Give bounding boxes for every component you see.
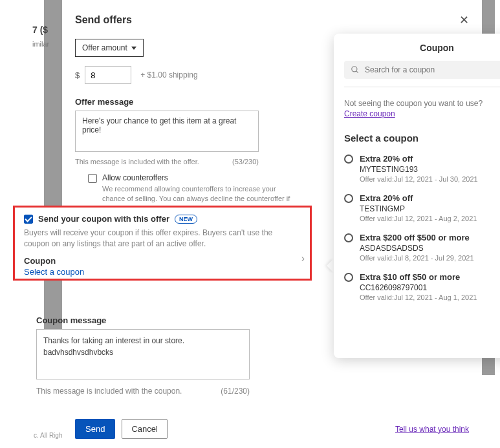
coupon-option-title: Extra $200 off $500 or more — [360, 233, 474, 242]
select-coupon-heading: Select a coupon — [344, 133, 500, 144]
coupon-message-textarea[interactable] — [36, 329, 250, 379]
coupon-option-title: Extra $10 off $50 or more — [360, 272, 477, 282]
coupon-option[interactable]: Extra $10 off $50 or more CC162609879700… — [344, 272, 500, 301]
chevron-right-icon[interactable]: › — [301, 253, 305, 264]
radio-icon[interactable] — [344, 273, 353, 282]
send-offers-modal: Send offers ✕ Offer amount $ + $1.00 shi… — [62, 0, 482, 448]
offer-message-textarea[interactable] — [75, 111, 259, 152]
allow-counteroffers-checkbox[interactable] — [88, 174, 97, 183]
chevron-down-icon — [131, 47, 136, 50]
radio-icon[interactable] — [344, 155, 353, 164]
offer-amount-label: Offer amount — [82, 43, 127, 52]
new-badge: NEW — [175, 215, 197, 224]
coupon-option-title: Extra 20% off — [360, 193, 477, 203]
coupon-option-code: ASDASDSADSDS — [360, 244, 474, 253]
search-icon — [351, 65, 360, 74]
bg-text: 7 ($ — [32, 25, 48, 35]
coupon-option-valid: Offer valid:Jul 12, 2021 - Aug 1, 2021 — [360, 293, 477, 301]
send-coupon-section: Send your coupon with this offer NEW Buy… — [13, 206, 312, 281]
offer-message-counter: (53/230) — [232, 158, 259, 165]
send-coupon-checkbox[interactable] — [24, 215, 33, 224]
coupon-option-code: MYTESTING193 — [360, 165, 478, 174]
bg-copyright: c. All Righ — [34, 432, 62, 439]
radio-icon[interactable] — [344, 233, 353, 242]
send-button[interactable]: Send — [75, 419, 115, 439]
offer-message-meta: This message is included with the offer.… — [75, 158, 259, 165]
coupon-message-meta: This message is included with the coupon… — [36, 387, 250, 396]
modal-footer: Send Cancel Tell us what you think — [75, 419, 469, 439]
bg-text: imilar — [32, 40, 49, 48]
divider — [344, 87, 500, 87]
coupon-panel-title: Coupon — [370, 43, 500, 53]
coupon-search-input[interactable] — [365, 65, 500, 74]
not-seeing-text: Not seeing the coupon you want to use? — [344, 99, 500, 108]
price-input[interactable] — [85, 66, 131, 84]
send-coupon-label: Send your coupon with this offer — [38, 214, 169, 224]
coupon-option-title: Extra 20% off — [360, 154, 478, 164]
allow-counteroffers-label: Allow counteroffers — [102, 173, 296, 182]
svg-point-0 — [352, 67, 357, 72]
coupon-option[interactable]: Extra $200 off $500 or more ASDASDSADSDS… — [344, 233, 500, 262]
coupon-panel: Coupon Done Not seeing the coupon you wa… — [334, 34, 500, 358]
offer-message-included-note: This message is included with the offer. — [75, 158, 199, 165]
modal-title: Send offers — [75, 14, 132, 26]
send-coupon-desc: Buyers will receive your coupon if this … — [24, 228, 289, 250]
create-coupon-link[interactable]: Create coupon — [344, 109, 395, 118]
radio-icon[interactable] — [344, 194, 353, 203]
coupon-message-counter: (61/230) — [221, 387, 250, 396]
close-icon[interactable]: ✕ — [459, 14, 469, 26]
coupon-option-valid: Offer valid:Jul 8, 2021 - Jul 29, 2021 — [360, 254, 474, 262]
coupon-option-code: TESTINGMP — [360, 204, 477, 213]
coupon-option-valid: Offer valid:Jul 12, 2021 - Aug 2, 2021 — [360, 215, 477, 222]
coupon-heading: Coupon — [24, 256, 301, 266]
offer-amount-dropdown[interactable]: Offer amount — [75, 39, 144, 57]
modal-header: Send offers ✕ — [75, 14, 469, 26]
feedback-link[interactable]: Tell us what you think — [395, 425, 469, 434]
coupon-option-code: CC1626098797001 — [360, 283, 477, 292]
shipping-note: + $1.00 shipping — [140, 70, 197, 80]
coupon-message-included-note: This message is included with the coupon… — [36, 387, 182, 396]
select-coupon-link[interactable]: Select a coupon — [24, 267, 301, 277]
coupon-option-valid: Offer valid:Jul 12, 2021 - Jul 30, 2021 — [360, 175, 478, 183]
coupon-search[interactable] — [344, 61, 500, 79]
coupon-option[interactable]: Extra 20% off TESTINGMP Offer valid:Jul … — [344, 193, 500, 222]
currency-symbol: $ — [75, 70, 80, 80]
coupon-option[interactable]: Extra 20% off MYTESTING193 Offer valid:J… — [344, 154, 500, 183]
cancel-button[interactable]: Cancel — [122, 419, 167, 439]
svg-line-1 — [356, 71, 358, 73]
